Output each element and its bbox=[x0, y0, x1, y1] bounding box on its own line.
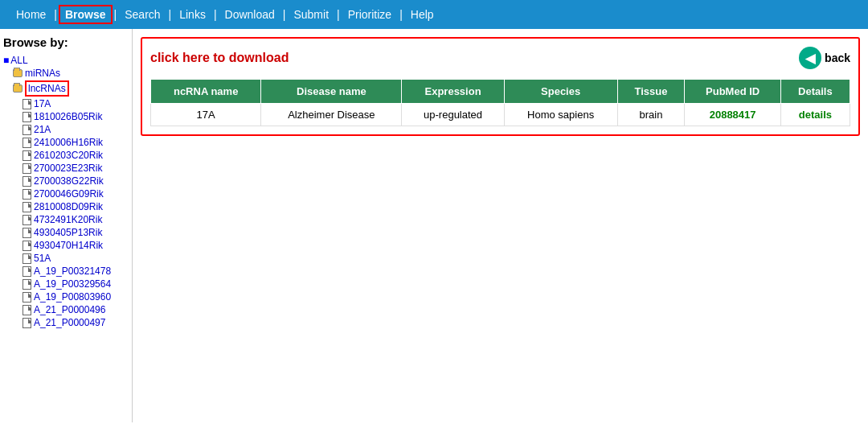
cell-tissue: brain bbox=[617, 104, 685, 126]
nav-submit[interactable]: Submit bbox=[287, 5, 335, 24]
sidebar-item-lncrnas[interactable]: lncRNAs bbox=[3, 80, 129, 97]
doc-icon-2810008d09rik bbox=[23, 202, 31, 212]
folder-icon-lncrnas bbox=[13, 84, 23, 93]
nav-sep-4: | bbox=[212, 8, 219, 21]
back-button[interactable]: ◀ back bbox=[799, 47, 850, 69]
details-link[interactable]: details bbox=[799, 109, 832, 121]
sidebar-link-4732491k20rik[interactable]: 4732491K20Rik bbox=[34, 214, 102, 225]
doc-icon-2700046g09rik bbox=[23, 189, 31, 200]
sidebar-link-51a[interactable]: 51A bbox=[34, 253, 51, 264]
sidebar-item-17a[interactable]: 17A bbox=[3, 97, 129, 110]
nav-links[interactable]: Links bbox=[173, 5, 212, 24]
sidebar-link-17a[interactable]: 17A bbox=[34, 98, 51, 109]
nav-sep-3: | bbox=[167, 8, 174, 21]
sidebar: Browse by: ■ ALL miRNAs lncRNAs 17A 1810… bbox=[0, 29, 133, 422]
doc-icon-a19p00321478 bbox=[23, 266, 31, 277]
pubmed-link[interactable]: 20888417 bbox=[710, 109, 756, 121]
doc-icon-2700038g22rik bbox=[23, 176, 31, 187]
sidebar-item-a19p00329564[interactable]: A_19_P00329564 bbox=[3, 278, 129, 290]
sidebar-link-a19p00803960[interactable]: A_19_P00803960 bbox=[34, 291, 111, 303]
sidebar-link-a19p00321478[interactable]: A_19_P00321478 bbox=[34, 266, 111, 277]
sidebar-link-1810026b05rik[interactable]: 1810026B05Rik bbox=[34, 111, 102, 122]
nav-download[interactable]: Download bbox=[219, 5, 281, 24]
doc-icon-21a bbox=[23, 125, 31, 135]
sidebar-item-a21p0000496[interactable]: A_21_P0000496 bbox=[3, 303, 129, 316]
cell-ncrna-name: 17A bbox=[151, 104, 261, 126]
sidebar-link-mirnas[interactable]: miRNAs bbox=[25, 68, 60, 79]
sidebar-item-4732491k20rik[interactable]: 4732491K20Rik bbox=[3, 213, 129, 226]
nav-sep-6: | bbox=[335, 8, 342, 21]
download-header: click here to download ◀ back bbox=[150, 47, 850, 69]
nav-search[interactable]: Search bbox=[118, 5, 166, 24]
nav-sep-2: | bbox=[113, 8, 119, 21]
doc-icon-4930470h14rik bbox=[23, 241, 31, 251]
col-pubmed-id: PubMed ID bbox=[685, 80, 780, 104]
folder-icon-mirnas bbox=[13, 69, 23, 77]
sidebar-link-2410006h16rik[interactable]: 2410006H16Rik bbox=[34, 137, 103, 148]
nav-browse[interactable]: Browse bbox=[59, 5, 113, 24]
sidebar-item-4930405p13rik[interactable]: 4930405P13Rik bbox=[3, 226, 129, 239]
doc-icon-51a bbox=[23, 253, 31, 264]
nav-home[interactable]: Home bbox=[10, 5, 52, 24]
cell-expression: up-regulated bbox=[402, 104, 504, 126]
doc-icon-4732491k20rik bbox=[23, 215, 31, 225]
nav-sep-1: | bbox=[52, 8, 59, 21]
sidebar-link-a19p00329564[interactable]: A_19_P00329564 bbox=[34, 278, 111, 290]
sidebar-item-2700038g22rik[interactable]: 2700038G22Rik bbox=[3, 175, 129, 187]
cell-species: Homo sapiens bbox=[504, 104, 617, 126]
doc-icon-a21p0000497 bbox=[23, 318, 31, 328]
sidebar-item-1810026b05rik[interactable]: 1810026B05Rik bbox=[3, 110, 129, 123]
sidebar-item-2700023e23rik[interactable]: 2700023E23Rik bbox=[3, 162, 129, 175]
doc-icon-2610203c20rik bbox=[23, 150, 31, 161]
sidebar-item-a19p00321478[interactable]: A_19_P00321478 bbox=[3, 265, 129, 278]
sidebar-item-21a[interactable]: 21A bbox=[3, 123, 129, 136]
nav-help[interactable]: Help bbox=[404, 5, 440, 24]
sidebar-link-2810008d09rik[interactable]: 2810008D09Rik bbox=[34, 201, 103, 212]
sidebar-link-lncrnas[interactable]: lncRNAs bbox=[25, 80, 69, 97]
download-box: click here to download ◀ back ncRNA name… bbox=[141, 37, 860, 136]
sidebar-item-4930470h14rik[interactable]: 4930470H14Rik bbox=[3, 239, 129, 252]
results-table: ncRNA name Disease name Expression Speci… bbox=[150, 79, 850, 126]
sidebar-link-2700046g09rik[interactable]: 2700046G09Rik bbox=[34, 188, 104, 200]
sidebar-item-mirnas[interactable]: miRNAs bbox=[3, 67, 129, 80]
sidebar-link-21a[interactable]: 21A bbox=[34, 124, 51, 135]
sidebar-item-all[interactable]: ■ ALL bbox=[3, 54, 129, 67]
sidebar-item-2810008d09rik[interactable]: 2810008D09Rik bbox=[3, 200, 129, 213]
table-row: 17A Alzheimer Disease up-regulated Homo … bbox=[151, 104, 850, 126]
sidebar-link-all[interactable]: ALL bbox=[10, 55, 27, 66]
col-details: Details bbox=[780, 80, 850, 104]
content-area: click here to download ◀ back ncRNA name… bbox=[133, 29, 868, 422]
doc-icon-a21p0000496 bbox=[23, 305, 31, 315]
sidebar-link-2610203c20rik[interactable]: 2610203C20Rik bbox=[34, 150, 103, 161]
sidebar-item-2410006h16rik[interactable]: 2410006H16Rik bbox=[3, 136, 129, 149]
sidebar-item-a19p00803960[interactable]: A_19_P00803960 bbox=[3, 290, 129, 303]
doc-icon-17a bbox=[23, 99, 31, 109]
download-link[interactable]: click here to download bbox=[150, 51, 289, 65]
doc-icon-a19p00329564 bbox=[23, 279, 31, 290]
back-icon: ◀ bbox=[799, 47, 821, 69]
col-disease-name: Disease name bbox=[261, 80, 402, 104]
sidebar-link-4930470h14rik[interactable]: 4930470H14Rik bbox=[34, 240, 103, 251]
sidebar-link-a21p0000497[interactable]: A_21_P0000497 bbox=[34, 317, 105, 328]
top-navigation: Home | Browse | Search | Links | Downloa… bbox=[0, 0, 868, 29]
sidebar-item-2700046g09rik[interactable]: 2700046G09Rik bbox=[3, 187, 129, 200]
cell-details[interactable]: details bbox=[780, 104, 850, 126]
sidebar-item-51a[interactable]: 51A bbox=[3, 252, 129, 265]
table-header-row: ncRNA name Disease name Expression Speci… bbox=[151, 80, 850, 104]
col-tissue: Tissue bbox=[617, 80, 685, 104]
sidebar-item-2610203c20rik[interactable]: 2610203C20Rik bbox=[3, 149, 129, 162]
cell-pubmed-id[interactable]: 20888417 bbox=[685, 104, 780, 126]
back-label: back bbox=[825, 51, 850, 64]
doc-icon-2700023e23rik bbox=[23, 163, 31, 174]
tree-bullet: ■ bbox=[3, 55, 9, 66]
sidebar-item-a21p0000497[interactable]: A_21_P0000497 bbox=[3, 316, 129, 329]
sidebar-link-4930405p13rik[interactable]: 4930405P13Rik bbox=[34, 227, 102, 238]
sidebar-link-2700038g22rik[interactable]: 2700038G22Rik bbox=[34, 175, 104, 187]
sidebar-link-a21p0000496[interactable]: A_21_P0000496 bbox=[34, 304, 105, 315]
doc-icon-a19p00803960 bbox=[23, 292, 31, 303]
doc-icon-4930405p13rik bbox=[23, 228, 31, 238]
nav-sep-5: | bbox=[281, 8, 288, 21]
col-species: Species bbox=[504, 80, 617, 104]
nav-prioritize[interactable]: Prioritize bbox=[342, 5, 398, 24]
sidebar-link-2700023e23rik[interactable]: 2700023E23Rik bbox=[34, 163, 102, 174]
